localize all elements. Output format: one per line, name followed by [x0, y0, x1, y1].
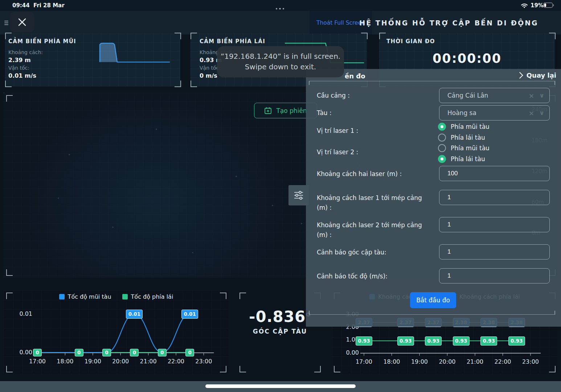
bow-sensor-panel: CẢM BIẾN PHÍA MŨI Khoảng cách: 2.39 m Vậ… — [5, 34, 180, 86]
y-tick-label: 0.00 — [341, 349, 359, 356]
laser2-stern-option[interactable]: Phía lái tàu — [438, 155, 485, 163]
ship-value: Hoàng sa — [447, 109, 529, 117]
hud-corner — [549, 366, 556, 372]
hud-corner — [220, 293, 226, 299]
panel-title-fragment: ền đo — [345, 72, 365, 80]
start-measure-button[interactable]: Bắt đầu đo — [410, 292, 456, 308]
panel-frame-bottom — [309, 311, 555, 315]
berthing-angle-label: GÓC CẬP TÀU — [238, 328, 322, 335]
clear-icon[interactable]: × — [529, 109, 534, 117]
data-point-badge: 0.01 — [126, 310, 143, 319]
data-point-badge: 0 — [33, 349, 42, 356]
app-header: Thoát Full Screen HỆ THỐNG HỖ TRỢ CẬP BẾ… — [0, 11, 561, 34]
laser2-edge-label: Khoảng cách laser 2 tới mép cảng (m) : — [317, 220, 430, 240]
clear-icon[interactable]: × — [529, 92, 534, 99]
hud-corner — [334, 366, 340, 372]
calendar-plus-icon — [264, 107, 272, 114]
y-tick-label: 0.00 — [15, 349, 32, 356]
chevron-right-icon — [516, 72, 523, 78]
laser2-bow-option[interactable]: Phía mũi tàu — [438, 144, 490, 152]
laser1-stern-option[interactable]: Phía lái tàu — [438, 134, 485, 142]
x-tick-label: 23:00 — [520, 358, 541, 365]
hud-corner — [549, 33, 556, 39]
ship-label: Tàu : — [317, 108, 430, 118]
status-bar: 09:44 Fri 28 Mar 19% — [0, 0, 561, 11]
laser2-edge-input[interactable] — [439, 217, 550, 232]
hud-corner — [6, 95, 13, 102]
home-indicator[interactable] — [205, 384, 356, 388]
x-tick-label: 17:00 — [353, 358, 375, 365]
y-tick-label: 0.01 — [15, 310, 32, 317]
radio-icon — [438, 144, 446, 152]
laser1-position-label: Vị trí laser 1 : — [317, 126, 430, 136]
data-point-badge: 0.93 — [425, 336, 442, 346]
sliders-icon — [293, 190, 304, 201]
radio-selected-icon — [438, 155, 446, 163]
laser1-edge-label: Khoảng cách laser 1 tới mép cảng (m) : — [317, 193, 430, 213]
chevron-down-icon[interactable]: ∨ — [539, 109, 544, 117]
hud-corner — [6, 366, 13, 372]
chevron-down-icon[interactable]: ∨ — [539, 92, 544, 99]
radio-selected-icon — [438, 123, 446, 131]
fullscreen-toast: ”192.168.1.240” is in full screen. Swipe… — [217, 46, 344, 77]
hud-corner — [6, 269, 13, 276]
laser1-bow-option[interactable]: Phía mũi tàu — [438, 123, 490, 131]
x-tick-label: 23:00 — [193, 358, 214, 365]
data-point-badge: 0 — [130, 349, 139, 356]
hud-corner — [220, 366, 226, 372]
bow-sensor-sparkline — [5, 34, 180, 86]
session-settings-panel: ền đo Quay lại Cầu cảng : Cảng Cái Lân ×… — [306, 69, 561, 327]
hud-corner — [239, 366, 246, 372]
hud-corner — [191, 81, 197, 87]
create-session-label: Tạo phiên — [276, 107, 307, 114]
data-point-badge: 0.93 — [356, 336, 372, 346]
back-button[interactable]: Quay lại — [517, 72, 556, 79]
speed-alert-label: Cảnh báo tốc độ (m/s): — [317, 271, 430, 281]
port-label: Cầu cảng : — [317, 91, 430, 101]
battery-percent: 19% — [531, 2, 544, 9]
speed-chart: Tốc độ mũi tàuTốc độ phía lái0.010.0017:… — [4, 290, 229, 374]
angle-alert-input[interactable] — [439, 244, 550, 260]
hud-corner — [361, 33, 368, 39]
multitask-dots-icon — [275, 4, 285, 11]
laser-gap-label: Khoảng cách hai laser (m) : — [317, 169, 430, 179]
hud-corner — [6, 293, 13, 299]
close-button[interactable] — [10, 12, 34, 32]
x-tick-label: 20:00 — [437, 358, 458, 365]
x-tick-label: 22:00 — [165, 358, 187, 365]
timer-value: 00:00:00 — [379, 51, 555, 66]
data-point-badge: 0 — [75, 349, 83, 356]
page-title: HỆ THỐNG HỖ TRỢ CẬP BẾN DI ĐỘNG — [374, 11, 523, 34]
laser1-edge-input[interactable] — [439, 190, 550, 205]
ship-select[interactable]: Hoàng sa × ∨ — [439, 105, 550, 121]
x-tick-label: 18:00 — [54, 358, 76, 365]
x-tick-label: 22:00 — [492, 358, 514, 365]
data-point-badge: 0.01 — [181, 310, 198, 319]
data-point-badge: 0.93 — [397, 336, 414, 346]
laser-gap-input[interactable] — [439, 166, 550, 181]
timer-title: THỜI GIAN ĐO — [386, 38, 435, 45]
wifi-icon — [520, 3, 528, 8]
panel-frame-top — [309, 81, 555, 85]
hud-corner — [175, 81, 181, 87]
hud-corner — [5, 33, 12, 39]
x-tick-label: 21:00 — [138, 358, 159, 365]
x-tick-label: 21:00 — [464, 358, 486, 365]
battery-icon — [543, 3, 554, 8]
app-screen: 09:44 Fri 28 Mar 19% Thoát Full Screen H… — [0, 0, 561, 392]
data-point-badge: 0.93 — [453, 336, 470, 346]
port-select[interactable]: Cảng Cái Lân × ∨ — [439, 88, 550, 103]
hud-corner — [191, 33, 197, 39]
speed-alert-input[interactable] — [439, 268, 550, 283]
x-tick-label: 20:00 — [110, 358, 131, 365]
toast-line2: Swipe down to exit. — [245, 62, 316, 72]
data-point-badge: 0 — [185, 349, 194, 356]
hud-corner — [379, 33, 386, 39]
settings-toggle-button[interactable] — [288, 185, 309, 205]
back-label: Quay lại — [527, 72, 556, 79]
data-point-badge: 0.93 — [480, 336, 497, 346]
radio-icon — [438, 134, 446, 142]
angle-alert-label: Cảnh báo góc cập tàu: — [317, 248, 430, 257]
data-point-badge: 0 — [102, 349, 111, 356]
menu-icon[interactable] — [4, 20, 8, 26]
